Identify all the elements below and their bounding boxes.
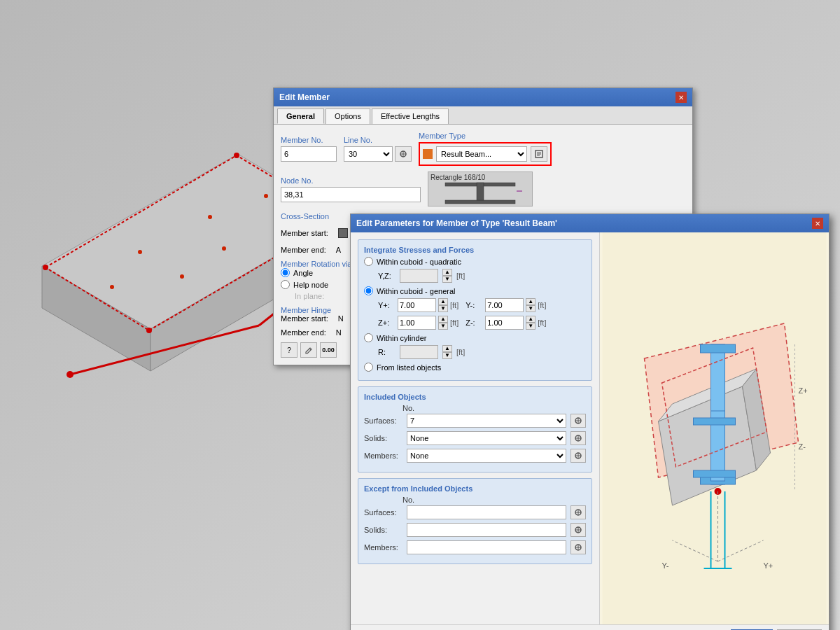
line-no-pick-btn[interactable] — [395, 146, 412, 162]
zminus-input[interactable] — [485, 316, 524, 330]
pick-solids-icon — [574, 434, 582, 442]
r-input — [400, 345, 438, 359]
surfaces-select[interactable]: 7 — [407, 414, 566, 428]
yminus-group: Y-: ▲ ▼ [ft] — [465, 298, 546, 312]
listed-radio[interactable] — [364, 363, 373, 372]
svg-text:Y+: Y+ — [764, 561, 774, 570]
yplus-input[interactable] — [398, 298, 436, 312]
edit-icon — [535, 150, 543, 158]
params-content: Integrate Stresses and Forces Within cub… — [351, 232, 829, 624]
surfaces-pick-btn[interactable] — [570, 414, 586, 428]
edit-member-close-btn[interactable]: ✕ — [676, 92, 687, 103]
svg-point-11 — [66, 371, 74, 378]
yz-spinners: ▲ ▼ — [442, 269, 452, 283]
except-solids-input[interactable] — [407, 523, 566, 537]
zminus-spinners: ▲ ▼ — [526, 316, 536, 330]
r-spinners: ▲ ▼ — [442, 345, 452, 359]
cs-end-value: A — [336, 246, 341, 254]
zplus-zminus-row: Z+: ▲ ▼ [ft] Z-: ▲ ▼ — [378, 316, 586, 330]
zminus-spin-down[interactable]: ▼ — [526, 323, 536, 330]
solids-label: Solids: — [364, 434, 402, 442]
cylinder-radio[interactable] — [364, 333, 373, 342]
svg-rect-60 — [694, 418, 736, 425]
svg-point-5 — [43, 265, 48, 270]
help-btn[interactable]: ? — [281, 342, 298, 358]
zminus-group: Z-: ▲ ▼ [ft] — [465, 316, 546, 330]
cuboid-general-radio[interactable] — [364, 286, 373, 295]
yplus-group: Y+: ▲ ▼ [ft] — [378, 298, 458, 312]
member-no-input[interactable] — [281, 146, 337, 162]
r-spin-down[interactable]: ▼ — [442, 352, 452, 359]
member-type-edit-btn[interactable] — [531, 146, 547, 162]
cs-start-label: Member start: — [281, 229, 328, 237]
yz-spin-up[interactable]: ▲ — [442, 269, 452, 276]
listed-label: From listed objects — [377, 363, 441, 372]
except-solids-pick-btn[interactable] — [570, 523, 586, 537]
params-close-btn[interactable]: ✕ — [812, 218, 823, 229]
yplus-unit: [ft] — [450, 301, 458, 309]
section-name: Rectangle 168/10 — [430, 174, 485, 181]
cuboid-quadratic-option: Within cuboid - quadratic — [364, 257, 586, 266]
node-cs-row: Node No. Rectangle 168/10 — [281, 172, 685, 206]
yminus-label: Y-: — [465, 301, 483, 309]
yplus-spin-down[interactable]: ▼ — [438, 305, 448, 312]
zplus-spin-down[interactable]: ▼ — [438, 323, 448, 330]
except-surfaces-label: Surfaces: — [364, 508, 402, 517]
svg-text:Z-: Z- — [799, 442, 806, 451]
reset-btn[interactable]: 0.00 — [320, 342, 337, 358]
yplus-yminus-row: Y+: ▲ ▼ [ft] Y-: ▲ ▼ — [378, 298, 586, 312]
tab-effective-lengths[interactable]: Effective Lengths — [372, 108, 449, 124]
included-heading: Included Objects — [364, 393, 586, 401]
svg-rect-29 — [477, 183, 484, 200]
included-no-col: No. — [364, 404, 586, 412]
yz-row: Y,Z: ▲ ▼ [ft] — [378, 269, 586, 283]
except-surfaces-pick-btn[interactable] — [570, 505, 586, 519]
solids-pick-btn[interactable] — [570, 431, 586, 445]
except-no-col: No. — [364, 496, 586, 504]
svg-point-19 — [222, 246, 226, 251]
except-solids-label: Solids: — [364, 526, 402, 534]
r-unit: [ft] — [456, 348, 465, 356]
cross-section-preview: Rectangle 168/10 — [428, 172, 533, 206]
params-footer: ? OK Cancel — [351, 624, 829, 630]
except-members-input[interactable] — [407, 540, 566, 554]
params-3d-svg: Z+ Z- Y+ Y- — [600, 232, 829, 624]
included-panel: Included Objects No. Surfaces: 7 — [358, 386, 592, 472]
except-heading: Except from Included Objects — [364, 484, 586, 493]
rotation-angle-radio[interactable] — [281, 268, 290, 277]
zplus-spin-up[interactable]: ▲ — [438, 316, 448, 323]
rotation-helpnode-radio[interactable] — [281, 280, 290, 289]
pick-except-solids-icon — [574, 526, 582, 534]
rotation-angle-label: Angle — [293, 269, 313, 277]
in-plane-label: In plane: — [295, 292, 324, 300]
solids-select[interactable]: None — [407, 431, 566, 445]
zminus-spin-up[interactable]: ▲ — [526, 316, 536, 323]
yz-input — [400, 269, 438, 283]
svg-point-18 — [180, 274, 184, 279]
integrate-panel: Integrate Stresses and Forces Within cub… — [358, 239, 592, 381]
line-no-select[interactable]: 30 — [344, 146, 393, 162]
tab-options[interactable]: Options — [326, 108, 370, 124]
tab-general[interactable]: General — [277, 108, 324, 124]
node-no-input[interactable] — [281, 187, 421, 202]
members-pick-btn[interactable] — [570, 449, 586, 463]
svg-text:Z+: Z+ — [799, 386, 808, 395]
yminus-input[interactable] — [485, 298, 524, 312]
member-type-select[interactable]: Result Beam... — [436, 146, 527, 162]
members-select[interactable]: None — [407, 449, 566, 463]
edit-member-title: Edit Member — [279, 92, 330, 102]
yminus-spin-down[interactable]: ▼ — [526, 305, 536, 312]
cuboid-quadratic-label: Within cuboid - quadratic — [377, 258, 461, 266]
yz-spin-down[interactable]: ▼ — [442, 276, 452, 283]
cuboid-quadratic-radio[interactable] — [364, 257, 373, 266]
except-members-pick-btn[interactable] — [570, 540, 586, 554]
r-row: R: ▲ ▼ [ft] — [378, 345, 586, 359]
r-spin-up[interactable]: ▲ — [442, 345, 452, 352]
except-surfaces-input[interactable] — [407, 505, 566, 519]
hinge-start-label: Member start: — [281, 314, 328, 323]
listed-option: From listed objects — [364, 363, 586, 372]
edit-btn[interactable] — [300, 342, 317, 358]
zplus-input[interactable] — [398, 316, 436, 330]
yplus-spin-up[interactable]: ▲ — [438, 298, 448, 305]
yminus-spin-up[interactable]: ▲ — [526, 298, 536, 305]
